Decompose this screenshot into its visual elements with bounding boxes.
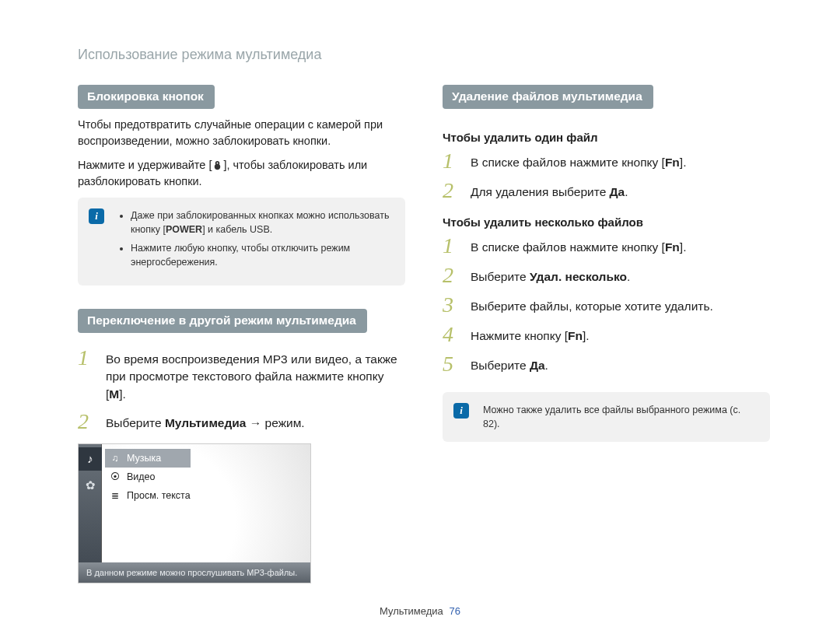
switch-step2-after: → режим. [246, 416, 304, 429]
del-one-step1-before: В списке файлов нажмите кнопку [ [471, 156, 665, 169]
lock-note-1-after: ] и кабель USB. [202, 224, 272, 235]
del-one-step1-after: ]. [680, 156, 687, 169]
menu-item-video: ⦿ Видео [110, 468, 191, 486]
lock-buttons-header: Блокировка кнопок [78, 85, 215, 109]
video-icon: ⦿ [110, 471, 121, 482]
step-number-1: 1 [78, 347, 96, 369]
del-one-step2-after: . [625, 185, 628, 198]
delete-many-subtitle: Чтобы удалить несколько файлов [443, 215, 770, 229]
del-many-step4-after: ]. [583, 329, 590, 342]
page-section-title: Использование режима мультимедиа [78, 47, 770, 63]
delete-all-note-text: Можно также удалить все файлы выбранного… [483, 405, 740, 429]
right-column: Удаление файлов мультимедиа Чтобы удалит… [443, 85, 770, 583]
menu-text-label: Просм. текста [127, 490, 191, 501]
fn-key: Fn [568, 329, 583, 342]
del-many-step4-before: Нажмите кнопку [ [471, 329, 568, 342]
lock-note-item-1: Даже при заблокированных кнопках можно и… [131, 208, 391, 236]
step-number-4: 4 [443, 324, 461, 345]
del-many-step2-after: . [627, 270, 630, 283]
del-many-step1-before: В списке файлов нажмите кнопку [ [471, 240, 665, 254]
switch-step1-before: Во время воспроизведения MP3 или видео, … [106, 352, 397, 401]
lock-instruction: Нажмите и удерживайте [], чтобы заблокир… [78, 157, 405, 190]
page-footer: Мультимедиа 76 [0, 605, 840, 617]
delete-several-bold: Удал. несколько [530, 270, 627, 283]
del-many-step5-after: . [545, 359, 548, 372]
delete-many-step-2: 2 Выберите Удал. несколько. [443, 264, 770, 286]
del-many-step3-text: Выберите файлы, которые хотите удалить. [471, 294, 713, 315]
lock-note-item-2: Нажмите любую кнопку, чтобы отключить ре… [131, 241, 391, 269]
menu-music-label: Музыка [127, 453, 161, 464]
menu-caption: В данном режиме можно прослушивать MP3-ф… [79, 562, 310, 583]
left-column: Блокировка кнопок Чтобы предотвратить сл… [78, 85, 405, 583]
step-number-1: 1 [443, 235, 461, 257]
yes-bold: Да [610, 185, 625, 198]
delete-many-step-5: 5 Выберите Да. [443, 353, 770, 375]
power-key-label: POWER [166, 224, 202, 235]
delete-many-step-3: 3 Выберите файлы, которые хотите удалить… [443, 294, 770, 316]
switch-mode-header: Переключение в другой режим мультимедиа [78, 309, 367, 333]
del-many-step5-before: Выберите [471, 359, 530, 372]
step-number-3: 3 [443, 294, 461, 316]
del-many-step2-before: Выберите [471, 270, 530, 283]
fn-key: Fn [665, 156, 680, 169]
step-number-2: 2 [443, 180, 461, 201]
switch-step-1: 1 Во время воспроизведения MP3 или видео… [78, 347, 405, 403]
step-number-5: 5 [443, 353, 461, 375]
fn-key: Fn [665, 240, 680, 254]
delete-files-header: Удаление файлов мультимедиа [443, 85, 653, 109]
delete-many-step-4: 4 Нажмите кнопку [Fn]. [443, 324, 770, 345]
lock-note: i Даже при заблокированных кнопках можно… [78, 198, 405, 285]
step-number-2: 2 [78, 411, 96, 433]
multimedia-bold: Мультимедиа [165, 416, 247, 429]
step-number-1: 1 [443, 150, 461, 172]
menu-item-text: ≣ Просм. текста [110, 486, 191, 505]
note-icon: i [89, 208, 104, 224]
delete-one-subtitle: Чтобы удалить один файл [443, 131, 770, 144]
switch-step1-after: ]. [119, 387, 126, 401]
macro-icon [212, 159, 223, 171]
footer-section-label: Мультимедиа [380, 605, 443, 617]
delete-many-step-1: 1 В списке файлов нажмите кнопку [Fn]. [443, 235, 770, 257]
music-tab-icon: ♪ [79, 447, 102, 471]
footer-page-number: 76 [449, 605, 460, 617]
lock-instruction-before: Нажмите и удерживайте [ [78, 159, 212, 171]
text-icon: ≣ [110, 490, 121, 501]
m-key: M [109, 387, 119, 401]
lock-description: Чтобы предотвратить случайные операции с… [78, 117, 405, 149]
step-number-2: 2 [443, 264, 461, 286]
switch-step-2: 2 Выберите Мультимедиа → режим. [78, 411, 405, 433]
menu-preview: ♪ ✿ ♫ Музыка ⦿ Видео ≣ Просм. текста [78, 443, 311, 583]
delete-all-note: i Можно также удалить все файлы выбранно… [443, 392, 770, 442]
note-icon: i [453, 403, 469, 419]
switch-step2-before: Выберите [106, 416, 165, 429]
del-one-step2-before: Для удаления выберите [471, 185, 610, 198]
music-icon: ♫ [110, 453, 121, 464]
delete-one-step-1: 1 В списке файлов нажмите кнопку [Fn]. [443, 150, 770, 172]
del-many-step1-after: ]. [680, 240, 687, 254]
delete-one-step-2: 2 Для удаления выберите Да. [443, 180, 770, 201]
menu-item-music: ♫ Музыка [105, 449, 191, 468]
film-tab-icon: ✿ [79, 474, 102, 497]
yes-bold: Да [530, 359, 545, 372]
menu-video-label: Видео [127, 471, 156, 482]
